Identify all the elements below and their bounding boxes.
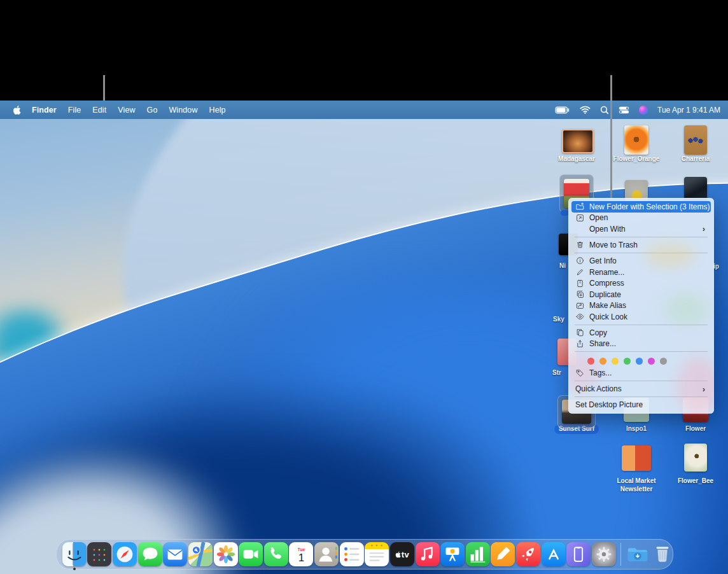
desktop-icon-flower-orange[interactable]: Flower_Orange [608,125,665,164]
menu-item-label: Compress [589,279,624,288]
menu-item-label: Quick Look [589,312,627,321]
tag-icon [575,369,585,377]
copy-icon [575,328,585,337]
tag-yellow-dot[interactable] [612,358,619,365]
compress-icon [575,279,585,288]
menu-item-label: Open [589,213,608,222]
desktop-icon-flower-bee[interactable]: Flower_Bee [667,444,724,486]
dock-calendar-icon[interactable]: Tue1 [288,540,314,568]
file-thumbnail [562,129,591,151]
dock-contacts-icon[interactable] [314,540,339,568]
thumbnail-image [622,445,651,471]
menu-item-label: Get Info [589,256,617,265]
menu-item-set-desktop-picture[interactable]: Set Desktop Picture [571,400,711,411]
menu-item-label: Quick Actions [575,384,622,393]
menu-item-label: Open With [589,225,626,234]
tag-orange-dot[interactable] [599,358,606,365]
dock-tv-icon[interactable]: tv [389,540,415,568]
menu-item-share[interactable]: Share... [571,339,711,350]
thumbnail-image [684,444,707,472]
menu-item-label: Copy [589,328,607,337]
menu-separator [575,351,708,352]
contacts-app-icon [314,542,339,566]
menu-item-quick-look[interactable]: Quick Look [571,311,711,323]
menu-item-label: Move to Trash [589,241,638,249]
duplicate-icon [575,290,585,298]
safari-app-icon [113,542,137,566]
menu-item-label: Make Alias [589,301,626,310]
settings-app-icon [592,542,616,566]
menu-item-tags[interactable]: Tags... [571,368,711,379]
menu-separator [575,253,708,253]
desktop-icon-label: Flower [685,425,706,433]
menu-item-duplicate[interactable]: Duplicate [571,289,711,300]
desktop-icon-label-fragment: Sky [553,316,564,323]
dock-appstore-icon[interactable] [541,540,566,568]
menu-item-rename[interactable]: Rename... [571,267,711,278]
dock-phone-icon[interactable] [263,540,289,568]
dock-games-icon[interactable] [515,540,541,568]
menu-item-get-info[interactable]: Get Info [571,255,711,267]
dock-safari-icon[interactable] [112,540,137,568]
pages-app-icon [491,542,515,566]
dock-numbers-icon[interactable] [465,540,491,568]
dock-launchpad-icon[interactable] [87,540,112,568]
menu-item-quick-actions[interactable]: Quick Actions› [571,384,711,395]
menu-item-label: Tags... [589,368,612,377]
menu-separator [575,237,708,237]
menu-item-move-to-trash[interactable]: Move to Trash [571,239,711,251]
menu-item-open-with[interactable]: Open With› [571,223,711,235]
reminders-app-icon [340,542,364,566]
mail-app-icon [163,542,187,566]
file-thumbnail [622,445,651,471]
menu-item-make-alias[interactable]: Make Alias [571,300,711,312]
keynote-app-icon [440,542,465,566]
desktop-icon-label-fragment: Ni [559,262,566,269]
tag-purple-dot[interactable] [648,358,655,365]
menu-item-compress[interactable]: Compress [571,277,711,289]
tag-green-dot[interactable] [624,358,631,365]
desktop-icon-madagascar[interactable]: Madagascar [548,129,605,164]
menu-item-label: Duplicate [589,290,621,299]
menu-item-copy[interactable]: Copy [571,327,711,339]
dock-divider [620,543,621,566]
menu-item-label: New Folder with Selection (3 Items) [589,202,710,211]
menu-item-open[interactable]: Open [571,213,711,224]
desktop-icon-label: Madagascar [558,155,595,164]
dock-mail-icon[interactable] [162,540,188,568]
dock-trash-icon[interactable] [650,540,675,568]
calendar-day: 1 [298,552,304,564]
dock-pages-icon[interactable] [490,540,515,568]
tag-red-dot[interactable] [587,358,594,365]
dock-music-icon[interactable] [415,540,440,568]
desktop-icon-local-market-newsletter[interactable]: Local Market Newsletter [608,445,665,493]
phone-app-icon [264,542,288,566]
dock-iphone-mirroring-icon[interactable] [566,540,591,568]
quick-look-icon [575,312,585,321]
dock-facetime-icon[interactable] [238,540,263,568]
photos-app-icon [214,542,238,566]
dock-finder-icon[interactable] [62,540,87,568]
tag-color-row [587,354,714,368]
dock: Tue1tv [56,539,673,570]
tag-blue-dot[interactable] [636,358,643,365]
dock-reminders-icon[interactable] [339,540,365,568]
thumbnail-image [562,129,594,153]
dock-downloads-icon[interactable] [625,540,650,568]
callout-line-menubar [103,75,105,101]
desktop-icon-label: Charreria [682,155,710,164]
dock-messages-icon[interactable] [137,540,163,568]
tv-app-icon: tv [390,542,414,566]
dock-keynote-icon[interactable] [440,540,465,568]
desktop-icon-label: Local Market Newsletter [611,477,662,493]
dock-photos-icon[interactable] [213,540,239,568]
chevron-right-icon: › [703,224,705,234]
music-app-icon [416,542,440,566]
dock-settings-icon[interactable] [591,540,617,568]
menu-separator [575,381,708,381]
desktop-icon-charreria[interactable]: Charreria [667,125,724,164]
dock-notes-icon[interactable] [364,540,389,568]
dock-maps-icon[interactable] [188,540,213,568]
menu-item-new-folder-with-selection-3-items[interactable]: New Folder with Selection (3 Items) [571,201,711,213]
tag-gray-dot[interactable] [660,358,667,365]
